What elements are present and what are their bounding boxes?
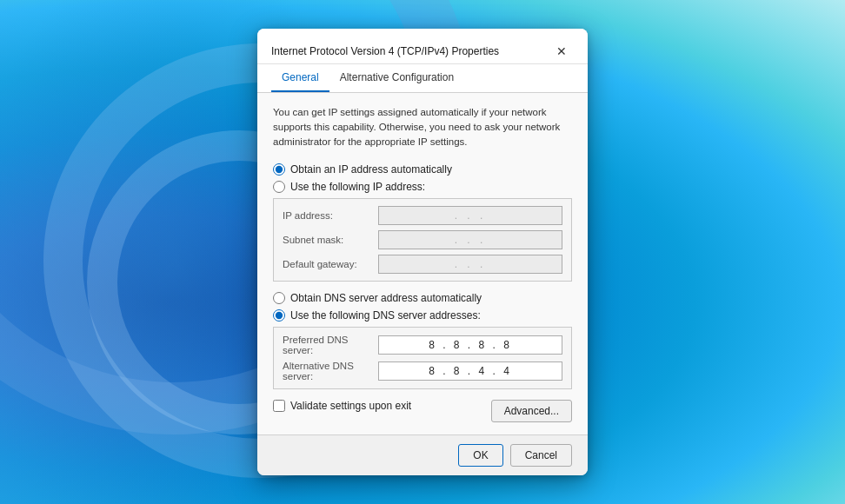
- ok-button[interactable]: OK: [458, 444, 502, 467]
- dns-manual-label[interactable]: Use the following DNS server addresses:: [290, 309, 481, 322]
- cancel-button[interactable]: Cancel: [510, 444, 572, 467]
- tab-general[interactable]: General: [271, 64, 329, 92]
- ip-manual-label[interactable]: Use the following IP address:: [290, 181, 425, 193]
- validate-checkbox[interactable]: [273, 400, 285, 412]
- alternative-dns-row: Alternative DNS server: 8 . 8 . 4 . 4: [283, 361, 562, 381]
- dns-auto-row: Obtain DNS server address automatically: [273, 292, 572, 304]
- default-gateway-row: Default gateway: . . .: [283, 255, 562, 274]
- subnet-mask-label: Subnet mask:: [283, 235, 378, 245]
- advanced-button[interactable]: Advanced...: [491, 400, 572, 422]
- ip-auto-label[interactable]: Obtain an IP address automatically: [290, 163, 452, 176]
- ip-address-row: IP address: . . .: [283, 206, 562, 225]
- dialog-title: Internet Protocol Version 4 (TCP/IPv4) P…: [271, 45, 499, 57]
- subnet-mask-row: Subnet mask: . . .: [283, 230, 562, 249]
- alternative-dns-input[interactable]: 8 . 8 . 4 . 4: [378, 361, 562, 381]
- close-button[interactable]: ✕: [549, 39, 574, 63]
- dns-manual-radio[interactable]: [273, 309, 285, 322]
- title-bar: Internet Protocol Version 4 (TCP/IPv4) P…: [257, 29, 588, 64]
- ip-manual-row: Use the following IP address:: [273, 181, 572, 193]
- ip-fields-section: IP address: . . . Subnet mask: . . . Def…: [273, 198, 572, 282]
- ip-manual-radio[interactable]: [273, 181, 285, 193]
- preferred-dns-label: Preferred DNS server:: [283, 335, 378, 355]
- window-controls: ✕: [549, 39, 574, 63]
- ip-address-input[interactable]: . . .: [378, 206, 562, 225]
- dialog-overlay: Internet Protocol Version 4 (TCP/IPv4) P…: [0, 0, 845, 504]
- ip-address-radio-group: Obtain an IP address automatically Use t…: [273, 163, 572, 193]
- validate-checkbox-row: Validate settings upon exit: [273, 400, 411, 412]
- dns-fields-section: Preferred DNS server: 8 . 8 . 8 . 8 Alte…: [273, 327, 572, 389]
- dns-auto-radio[interactable]: [273, 292, 285, 304]
- tab-alternative-configuration[interactable]: Alternative Configuration: [329, 64, 464, 92]
- ip-address-label: IP address:: [283, 210, 378, 221]
- subnet-mask-input[interactable]: . . .: [378, 230, 562, 249]
- preferred-dns-input[interactable]: 8 . 8 . 8 . 8: [378, 335, 562, 355]
- alternative-dns-label: Alternative DNS server:: [283, 361, 378, 381]
- bottom-bar: OK Cancel: [257, 434, 588, 475]
- dns-manual-row: Use the following DNS server addresses:: [273, 309, 572, 322]
- dns-section: Obtain DNS server address automatically …: [273, 292, 572, 389]
- description-text: You can get IP settings assigned automat…: [273, 105, 572, 150]
- default-gateway-input[interactable]: . . .: [378, 255, 562, 274]
- bottom-buttons: OK Cancel: [458, 444, 572, 467]
- dns-auto-label[interactable]: Obtain DNS server address automatically: [290, 292, 482, 304]
- preferred-dns-row: Preferred DNS server: 8 . 8 . 8 . 8: [283, 335, 562, 355]
- ip-auto-radio[interactable]: [273, 163, 285, 176]
- default-gateway-label: Default gateway:: [283, 259, 378, 269]
- dialog-content: You can get IP settings assigned automat…: [257, 93, 588, 435]
- ip-auto-row: Obtain an IP address automatically: [273, 163, 572, 176]
- tabs-bar: General Alternative Configuration: [257, 64, 588, 93]
- validate-label[interactable]: Validate settings upon exit: [290, 400, 411, 412]
- properties-dialog: Internet Protocol Version 4 (TCP/IPv4) P…: [257, 29, 588, 476]
